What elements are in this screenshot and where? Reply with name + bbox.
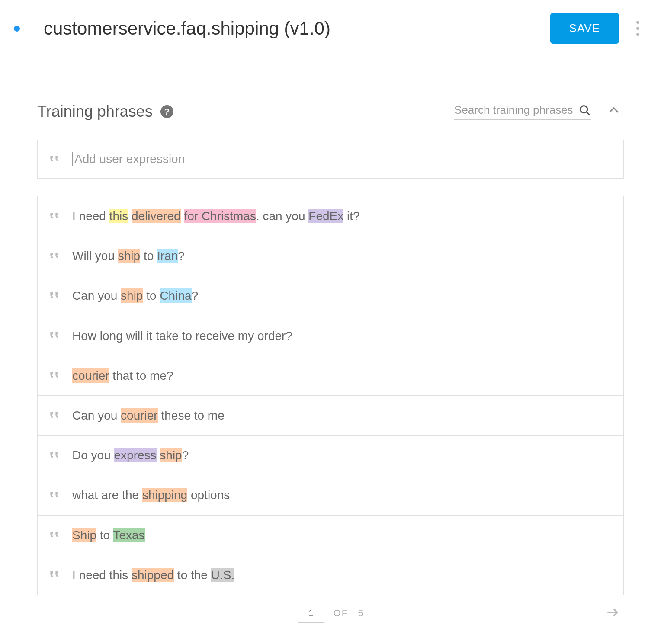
collapse-icon[interactable] bbox=[604, 101, 624, 122]
phrase-token: to bbox=[96, 529, 113, 542]
page-current-input[interactable] bbox=[298, 604, 324, 623]
phrase-token: to bbox=[143, 289, 160, 302]
phrase-token: ? bbox=[192, 289, 199, 302]
search-input[interactable] bbox=[454, 103, 575, 117]
quote-icon bbox=[48, 329, 62, 343]
entity-highlight[interactable]: China bbox=[160, 288, 191, 303]
phrase-text: what are the shipping options bbox=[72, 487, 230, 503]
phrase-token: to the bbox=[174, 568, 211, 582]
add-phrase-box bbox=[37, 140, 624, 179]
phrase-token: options bbox=[187, 488, 230, 502]
page-of-label: OF bbox=[334, 608, 349, 619]
entity-highlight[interactable]: courier bbox=[121, 408, 158, 423]
phrase-token bbox=[128, 209, 132, 223]
section-header: Training phrases ? bbox=[37, 79, 624, 140]
phrase-token: that to me? bbox=[109, 369, 173, 382]
entity-highlight[interactable]: express bbox=[114, 448, 157, 462]
phrase-token: Can you bbox=[72, 409, 121, 422]
entity-highlight[interactable]: ship bbox=[118, 249, 140, 263]
entity-highlight[interactable]: ship bbox=[121, 288, 143, 303]
help-icon[interactable]: ? bbox=[160, 105, 173, 118]
phrase-token: to bbox=[140, 249, 157, 263]
entity-highlight[interactable]: Iran bbox=[157, 249, 178, 263]
phrase-token: ? bbox=[178, 249, 185, 263]
page-title: customerservice.faq.shipping (v1.0) bbox=[44, 18, 550, 39]
entity-highlight[interactable]: shipping bbox=[142, 488, 187, 502]
phrase-row[interactable]: I need this shipped to the U.S. bbox=[38, 555, 623, 595]
phrase-text: I need this shipped to the U.S. bbox=[72, 567, 234, 583]
entity-highlight[interactable]: U.S. bbox=[211, 568, 234, 582]
phrase-text: I need this delivered for Christmas. can… bbox=[72, 208, 360, 224]
entity-highlight[interactable]: ship bbox=[160, 448, 182, 462]
phrase-row[interactable]: courier that to me? bbox=[38, 356, 623, 396]
entity-highlight[interactable]: for Christmas bbox=[184, 209, 256, 223]
svg-line-1 bbox=[587, 112, 590, 115]
quote-icon bbox=[48, 528, 62, 542]
phrase-row[interactable]: Ship to Texas bbox=[38, 516, 623, 555]
entity-highlight[interactable]: FedEx bbox=[308, 209, 343, 223]
section-title: Training phrases bbox=[37, 103, 153, 121]
entity-highlight[interactable]: shipped bbox=[132, 568, 174, 582]
phrase-row[interactable]: How long will it take to receive my orde… bbox=[38, 316, 623, 356]
phrase-token: How long will it take to receive my orde… bbox=[72, 329, 292, 343]
quote-icon bbox=[48, 568, 62, 582]
phrase-text: Will you ship to Iran? bbox=[72, 247, 185, 264]
search-wrap bbox=[454, 103, 591, 120]
phrase-token: Will you bbox=[72, 249, 118, 263]
svg-point-0 bbox=[581, 106, 587, 112]
phrase-text: Can you ship to China? bbox=[72, 287, 198, 304]
search-icon[interactable] bbox=[579, 104, 591, 116]
more-menu-icon[interactable] bbox=[632, 16, 644, 40]
phrase-token: Can you bbox=[72, 289, 121, 302]
phrase-token: it? bbox=[343, 209, 359, 223]
entity-highlight[interactable]: Texas bbox=[113, 528, 144, 542]
phrase-row[interactable]: I need this delivered for Christmas. can… bbox=[38, 196, 623, 236]
quote-icon bbox=[48, 249, 62, 263]
phrase-token: Do you bbox=[72, 449, 114, 462]
phrase-token: . can you bbox=[256, 209, 308, 223]
entity-highlight[interactable]: Ship bbox=[72, 528, 96, 542]
quote-icon bbox=[48, 449, 62, 462]
add-phrase-input[interactable] bbox=[72, 152, 613, 166]
phrase-text: Do you express ship? bbox=[72, 447, 189, 464]
phrase-row[interactable]: what are the shipping options bbox=[38, 475, 623, 515]
quote-icon bbox=[48, 152, 62, 166]
save-button[interactable]: SAVE bbox=[550, 13, 619, 44]
phrase-token: I need this bbox=[72, 568, 132, 582]
training-phrases-section: Training phrases ? I need this delivered… bbox=[0, 79, 661, 628]
entity-highlight[interactable]: courier bbox=[72, 368, 109, 383]
phrase-row[interactable]: Can you ship to China? bbox=[38, 276, 623, 316]
quote-icon bbox=[48, 289, 62, 303]
phrase-token: I need bbox=[72, 209, 109, 223]
quote-icon bbox=[48, 368, 62, 382]
phrase-text: Ship to Texas bbox=[72, 527, 145, 544]
phrase-row[interactable]: Do you express ship? bbox=[38, 436, 623, 475]
quote-icon bbox=[48, 488, 62, 502]
phrase-token: what are the bbox=[72, 488, 142, 502]
pagination: OF 5 bbox=[37, 595, 624, 628]
quote-icon bbox=[48, 209, 62, 223]
phrase-token: ? bbox=[182, 449, 189, 462]
page-total: 5 bbox=[358, 608, 363, 619]
entity-highlight[interactable]: delivered bbox=[132, 209, 181, 223]
phrase-row[interactable]: Will you ship to Iran? bbox=[38, 236, 623, 276]
phrase-text: courier that to me? bbox=[72, 367, 173, 384]
next-page-icon[interactable] bbox=[602, 602, 624, 625]
status-dot-icon bbox=[14, 26, 20, 32]
phrase-text: Can you courier these to me bbox=[72, 407, 225, 424]
page-header: customerservice.faq.shipping (v1.0) SAVE bbox=[0, 0, 661, 57]
phrase-text: How long will it take to receive my orde… bbox=[72, 327, 292, 344]
phrase-list: I need this delivered for Christmas. can… bbox=[37, 196, 624, 595]
phrase-token: these to me bbox=[158, 409, 225, 422]
entity-highlight[interactable]: this bbox=[109, 209, 128, 223]
phrase-row[interactable]: Can you courier these to me bbox=[38, 396, 623, 436]
quote-icon bbox=[48, 409, 62, 423]
